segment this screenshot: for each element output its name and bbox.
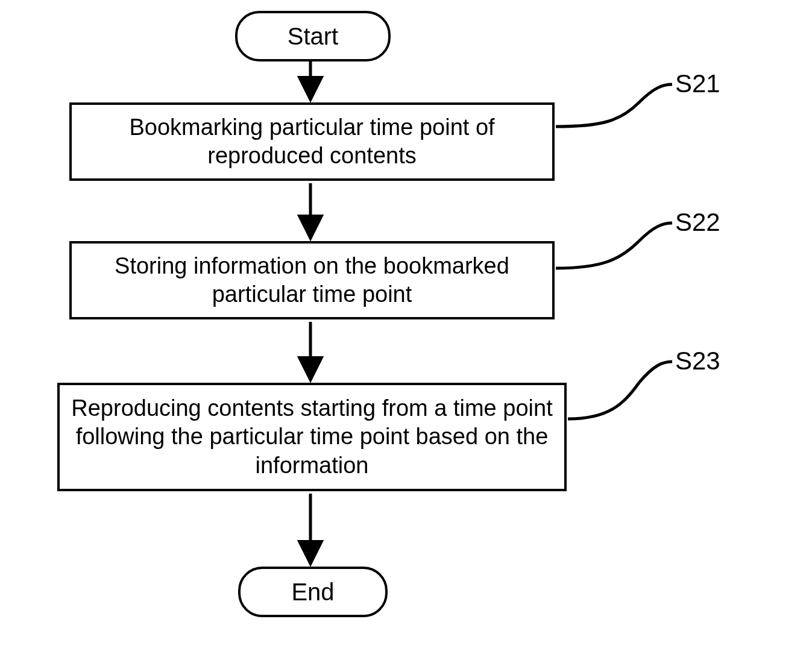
step-label-s21: S21 — [675, 69, 720, 98]
process-step-3-text: Reproducing contents starting from a tim… — [65, 394, 559, 480]
process-step-2: Storing information on the bookmarked pa… — [69, 241, 555, 319]
end-label: End — [291, 579, 334, 606]
step-label-s23: S23 — [675, 347, 720, 375]
step-label-s22: S22 — [675, 208, 720, 237]
process-step-1: Bookmarking particular time point of rep… — [69, 102, 555, 181]
leader-s23 — [568, 362, 672, 419]
start-label: Start — [288, 23, 338, 50]
leader-s22 — [556, 223, 672, 268]
process-step-1-text: Bookmarking particular time point of rep… — [77, 113, 547, 171]
process-step-2-text: Storing information on the bookmarked pa… — [77, 252, 547, 309]
connectors-overlay — [0, 0, 812, 663]
flowchart-canvas: Start Bookmarking particular time point … — [0, 0, 812, 663]
start-terminator: Start — [235, 11, 391, 61]
end-terminator: End — [238, 567, 388, 617]
process-step-3: Reproducing contents starting from a tim… — [57, 383, 567, 491]
leader-s21 — [556, 84, 672, 127]
